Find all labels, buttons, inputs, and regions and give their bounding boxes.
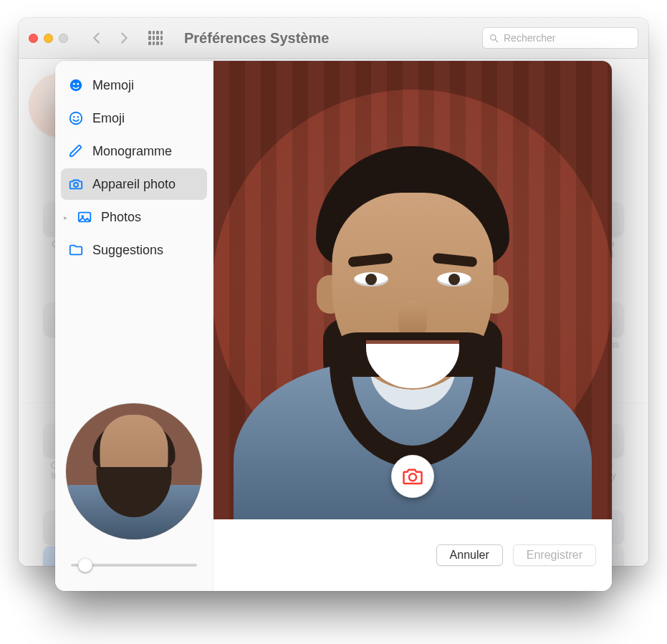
sidebar-item-camera[interactable]: Appareil photo [61,168,207,200]
camera-shutter-icon [402,467,423,486]
forward-button[interactable] [111,27,137,49]
cancel-button[interactable]: Annuler [436,544,503,566]
memoji-icon [68,77,84,93]
chevron-right-icon [116,30,132,46]
zoom-window-button [59,34,68,43]
back-button[interactable] [84,27,110,49]
svg-point-0 [491,34,496,40]
svg-point-6 [77,116,79,117]
pencil-icon [68,143,84,159]
chevron-left-icon [89,30,105,46]
capture-button[interactable] [391,455,434,498]
camera-pane: Annuler Enregistrer [213,61,612,591]
window-title: Préférences Système [184,30,329,47]
zoom-slider[interactable] [71,564,197,567]
close-window-button[interactable] [29,34,38,43]
svg-point-5 [73,116,75,117]
sidebar-item-label: Memoji [92,78,134,93]
sheet-footer: Annuler Enregistrer [213,519,612,591]
sidebar-item-monogram[interactable]: Monogramme [61,135,207,167]
sidebar-item-emoji[interactable]: Emoji [61,102,207,134]
folder-icon [68,242,84,258]
camera-preview [213,61,612,519]
window-titlebar: Préférences Système Rechercher [19,18,648,59]
search-icon [489,33,499,44]
photos-icon [77,209,92,225]
minimize-window-button[interactable] [44,34,53,43]
chevron-right-icon: ▸ [64,213,71,221]
search-placeholder: Rechercher [504,32,555,44]
avatar-source-sidebar: Memoji Emoji Monogramme Appareil photo [55,61,213,591]
avatar-preview-thumbnail [66,403,202,539]
show-all-icon[interactable] [148,31,163,45]
sidebar-item-label: Monogramme [92,144,172,159]
sidebar-item-photos[interactable]: ▸ Photos [61,201,207,233]
svg-point-2 [73,83,75,85]
svg-point-1 [70,80,82,92]
sidebar-item-label: Photos [101,210,141,225]
sidebar-item-label: Suggestions [92,243,163,258]
zoom-slider-thumb[interactable] [78,558,92,572]
camera-icon [68,176,84,192]
camera-subject [262,117,563,490]
window-controls [29,34,68,43]
avatar-picker-sheet: Memoji Emoji Monogramme Appareil photo [55,61,612,591]
sidebar-item-label: Appareil photo [92,177,176,192]
sidebar-item-memoji[interactable]: Memoji [61,69,207,101]
svg-point-7 [74,183,78,187]
emoji-icon [68,110,84,126]
sidebar-item-suggestions[interactable]: Suggestions [61,234,207,266]
save-button: Enregistrer [513,544,596,566]
svg-point-4 [70,112,82,125]
svg-point-10 [409,474,416,481]
svg-point-3 [77,83,79,85]
nav-arrows [84,27,137,49]
search-field[interactable]: Rechercher [482,27,638,49]
sidebar-item-label: Emoji [92,111,125,126]
